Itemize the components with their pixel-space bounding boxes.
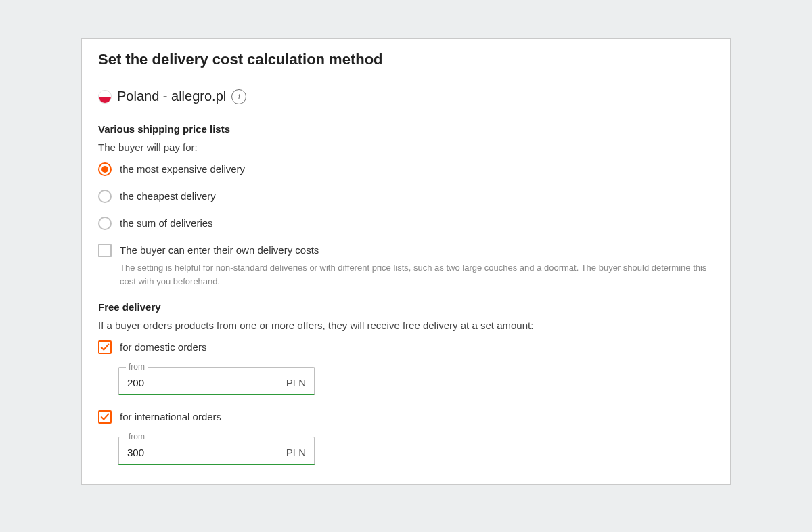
international-amount-field[interactable]: from PLN xyxy=(118,432,315,465)
shipping-price-lists-section: Various shipping price lists The buyer w… xyxy=(98,123,714,288)
settings-card: Set the delivery cost calculation method… xyxy=(81,38,731,485)
shipping-lists-heading: Various shipping price lists xyxy=(98,123,714,135)
page-title: Set the delivery cost calculation method xyxy=(98,51,714,68)
checkbox-description: The setting is helpful for non-standard … xyxy=(120,261,714,288)
field-legend: from xyxy=(126,432,148,441)
radio-label: the cheapest delivery xyxy=(120,190,216,203)
checkbox-label: for international orders xyxy=(120,410,221,424)
checkbox-buyer-custom-cost[interactable]: The buyer can enter their own delivery c… xyxy=(98,244,714,288)
checkbox-icon[interactable] xyxy=(98,244,112,257)
free-delivery-section: Free delivery If a buyer orders products… xyxy=(98,301,714,465)
free-delivery-heading: Free delivery xyxy=(98,301,714,313)
domestic-amount-input[interactable] xyxy=(127,377,249,389)
currency-label: PLN xyxy=(286,447,306,458)
domestic-amount-field[interactable]: from PLN xyxy=(118,362,315,395)
checkbox-icon[interactable] xyxy=(98,410,112,424)
checkbox-domestic-orders[interactable]: for domestic orders xyxy=(98,340,714,354)
international-amount-input[interactable] xyxy=(127,447,249,458)
info-icon[interactable]: i xyxy=(231,89,246,104)
radio-option-sum[interactable]: the sum of deliveries xyxy=(98,217,714,230)
radio-label: the most expensive delivery xyxy=(120,162,245,176)
checkbox-label: The buyer can enter their own delivery c… xyxy=(120,244,714,257)
marketplace-name: Poland - allegro.pl xyxy=(117,89,226,104)
checkbox-label: for domestic orders xyxy=(120,340,206,354)
free-delivery-intro: If a buyer orders products from one or m… xyxy=(98,319,714,331)
radio-label: the sum of deliveries xyxy=(120,217,213,230)
radio-option-most-expensive[interactable]: the most expensive delivery xyxy=(98,162,714,176)
poland-flag-icon xyxy=(98,90,112,104)
currency-label: PLN xyxy=(286,377,306,389)
checkbox-text-block: The buyer can enter their own delivery c… xyxy=(120,244,714,288)
radio-option-cheapest[interactable]: the cheapest delivery xyxy=(98,190,714,203)
shipping-lists-intro: The buyer will pay for: xyxy=(98,141,714,153)
radio-icon[interactable] xyxy=(98,217,112,230)
field-legend: from xyxy=(126,362,148,372)
checkbox-icon[interactable] xyxy=(98,340,112,354)
radio-icon[interactable] xyxy=(98,190,112,203)
marketplace-row: Poland - allegro.pl i xyxy=(98,89,714,104)
checkbox-international-orders[interactable]: for international orders xyxy=(98,410,714,424)
international-amount-wrap: from PLN xyxy=(117,432,714,465)
domestic-amount-wrap: from PLN xyxy=(117,362,714,395)
radio-icon[interactable] xyxy=(98,162,112,176)
